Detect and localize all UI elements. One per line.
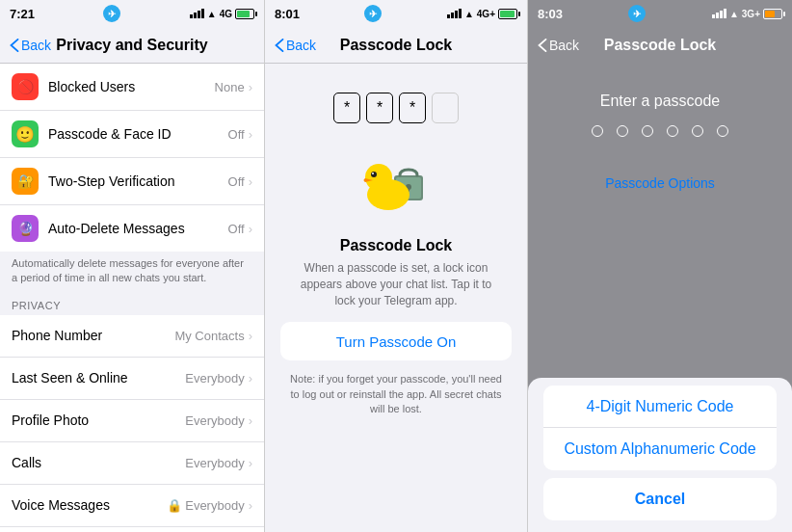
settings-item-calls[interactable]: Calls Everybody › <box>0 442 264 485</box>
dot-3: * <box>399 93 426 123</box>
phone-value: My Contacts <box>174 329 244 343</box>
settings-item-phone[interactable]: Phone Number My Contacts › <box>0 315 264 358</box>
panel-privacy-security: 7:21 ✈ ▲ 4G Back Privacy and Security 🚫 … <box>0 0 264 532</box>
last-seen-label: Last Seen & Online <box>12 370 185 386</box>
battery-2 <box>498 9 517 19</box>
battery-1 <box>235 9 254 19</box>
settings-item-passcode[interactable]: 🙂 Passcode & Face ID Off › <box>0 111 264 158</box>
signal-bars-2 <box>447 9 462 18</box>
blocked-label: Blocked Users <box>48 79 215 94</box>
settings-item-two-step[interactable]: 🔐 Two-Step Verification Off › <box>0 158 264 205</box>
back-button-3[interactable]: Back <box>538 38 579 53</box>
blocked-icon: 🚫 <box>12 73 39 100</box>
telegram-logo-3: ✈ <box>628 5 646 22</box>
settings-item-forwarded[interactable]: Forwarded Messages Everybody › <box>0 527 264 532</box>
network-3: 3G+ <box>742 9 760 19</box>
chevron-auto-delete: › <box>249 222 252 236</box>
status-bar-1: 7:21 ✈ ▲ 4G <box>0 0 264 27</box>
chevron-blocked: › <box>249 80 252 94</box>
time-1: 7:21 <box>10 7 35 21</box>
calls-value: Everybody <box>185 456 244 470</box>
phone-label: Phone Number <box>12 328 174 343</box>
dot-1: * <box>333 93 360 123</box>
passcode-note: Note: if you forget your passcode, you'l… <box>280 372 512 416</box>
two-step-value: Off <box>228 174 245 189</box>
nav-title-1: Privacy and Security <box>56 37 207 54</box>
telegram-logo-1: ✈ <box>103 5 120 22</box>
entry-dot-2 <box>617 125 628 137</box>
top-section: 🚫 Blocked Users None › 🙂 Passcode & Face… <box>0 64 264 252</box>
auto-delete-label: Auto-Delete Messages <box>48 221 228 236</box>
alphanumeric-code-button[interactable]: Custom Alphanumeric Code <box>543 428 777 470</box>
auto-delete-icon: 🔮 <box>12 215 39 242</box>
entry-dots-row <box>592 125 728 137</box>
passcode-label: Passcode & Face ID <box>48 126 228 142</box>
right-icons-2: ▲ 4G+ <box>447 9 517 19</box>
entry-dot-3 <box>642 125 653 137</box>
top-footer: Automatically delete messages for everyo… <box>0 253 264 294</box>
entry-dot-4 <box>667 125 678 137</box>
privacy-section: Phone Number My Contacts › Last Seen & O… <box>0 315 264 532</box>
two-step-label: Two-Step Verification <box>48 173 228 189</box>
status-bar-2: 8:01 ✈ ▲ 4G+ <box>265 0 527 27</box>
back-button-1[interactable]: Back <box>10 38 51 53</box>
numeric-code-button[interactable]: 4-Digit Numeric Code <box>543 386 777 428</box>
voice-label: Voice Messages <box>12 497 167 513</box>
entry-dot-6 <box>717 125 728 137</box>
cancel-button[interactable]: Cancel <box>543 478 777 520</box>
entry-dot-1 <box>592 125 603 137</box>
settings-list-1[interactable]: 🚫 Blocked Users None › 🙂 Passcode & Face… <box>0 64 264 532</box>
right-icons-3: ▲ 3G+ <box>712 9 782 19</box>
time-3: 8:03 <box>538 7 563 21</box>
passcode-icon: 🙂 <box>12 120 39 147</box>
auto-delete-value: Off <box>228 222 245 236</box>
signal-bars-3 <box>712 9 726 18</box>
signal-bars-1 <box>190 9 204 18</box>
chevron-two-step: › <box>249 174 252 189</box>
time-2: 8:01 <box>275 7 300 21</box>
svg-point-6 <box>371 172 377 177</box>
wifi-icon-2: ▲ <box>464 9 474 19</box>
two-step-icon: 🔐 <box>12 168 39 195</box>
wifi-icon-1: ▲ <box>207 9 217 19</box>
settings-item-voice[interactable]: Voice Messages 🔒 Everybody › <box>0 485 264 527</box>
panel-passcode-entry: 8:03 ✈ ▲ 3G+ Back Passcode Lock Enter a … <box>528 0 792 532</box>
settings-item-profile-photo[interactable]: Profile Photo Everybody › <box>0 400 264 442</box>
last-seen-value: Everybody <box>185 371 244 386</box>
calls-label: Calls <box>12 455 185 470</box>
dot-4 <box>432 93 459 123</box>
battery-3 <box>763 9 782 19</box>
panel-passcode-info: 8:01 ✈ ▲ 4G+ Back Passcode Lock * * * <box>264 0 528 532</box>
blocked-value: None <box>215 80 245 94</box>
status-bar-3: 8:03 ✈ ▲ 3G+ <box>528 0 792 27</box>
telegram-logo-2: ✈ <box>364 5 382 22</box>
entry-dot-5 <box>692 125 703 137</box>
wifi-icon-3: ▲ <box>729 9 739 19</box>
passcode-value: Off <box>228 127 245 142</box>
voice-value: 🔒 Everybody <box>167 498 245 513</box>
profile-photo-label: Profile Photo <box>12 412 185 428</box>
dot-2: * <box>366 93 393 123</box>
svg-point-5 <box>365 164 392 191</box>
enter-passcode-label: Enter a passcode <box>600 93 721 110</box>
right-icons-1: ▲ 4G <box>190 9 254 19</box>
passcode-lock-desc: When a passcode is set, a lock icon appe… <box>280 260 512 308</box>
passcode-lock-title: Passcode Lock <box>340 237 453 254</box>
chevron-passcode: › <box>249 127 252 142</box>
svg-point-7 <box>372 173 374 174</box>
nav-title-2: Passcode Lock <box>340 37 453 54</box>
settings-item-auto-delete[interactable]: 🔮 Auto-Delete Messages Off › <box>0 205 264 252</box>
settings-item-last-seen[interactable]: Last Seen & Online Everybody › <box>0 358 264 400</box>
network-1: 4G <box>220 9 232 19</box>
settings-item-blocked[interactable]: 🚫 Blocked Users None › <box>0 64 264 111</box>
nav-bar-1: Back Privacy and Security <box>0 27 264 64</box>
passcode-options-sheet: 4-Digit Numeric Code Custom Alphanumeric… <box>528 378 792 532</box>
network-2: 4G+ <box>477 9 495 19</box>
passcode-info-content: * * * <box>265 64 527 532</box>
nav-bar-2: Back Passcode Lock <box>265 27 527 64</box>
turn-on-button[interactable]: Turn Passcode On <box>280 322 512 360</box>
duck-illustration <box>357 143 435 220</box>
back-button-2[interactable]: Back <box>275 38 316 53</box>
passcode-options-button[interactable]: Passcode Options <box>605 175 715 191</box>
nav-bar-3: Back Passcode Lock <box>528 27 792 64</box>
